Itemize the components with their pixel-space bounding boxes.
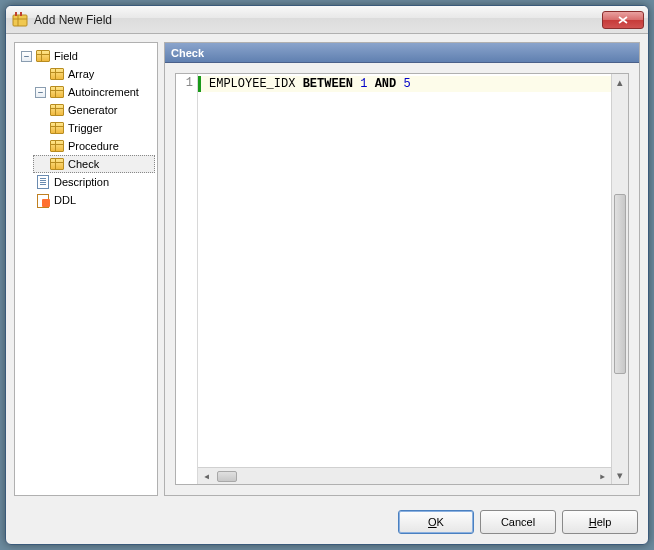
tree-label: Generator: [68, 104, 118, 116]
active-line-marker: [198, 76, 201, 92]
close-button[interactable]: [602, 11, 644, 29]
table-icon: [49, 156, 65, 172]
tree-node-trigger[interactable]: Trigger: [47, 119, 155, 137]
cancel-button[interactable]: Cancel: [480, 510, 556, 534]
tree-label: Field: [54, 50, 78, 62]
ddl-icon: [35, 192, 51, 208]
svg-rect-0: [13, 15, 27, 26]
line-gutter: 1: [176, 74, 198, 484]
tree-node-field[interactable]: − Field: [19, 47, 155, 65]
code-line[interactable]: EMPLOYEE_IDX BETWEEN 1 AND 5: [198, 76, 611, 92]
tree-label: Check: [68, 158, 99, 170]
tree-node-generator[interactable]: Generator: [47, 101, 155, 119]
tree-label: Autoincrement: [68, 86, 139, 98]
window-title: Add New Field: [34, 13, 602, 27]
tree-node-autoincrement[interactable]: − Autoincrement: [33, 83, 155, 101]
help-button[interactable]: Help: [562, 510, 638, 534]
tree-label: Array: [68, 68, 94, 80]
code-area[interactable]: EMPLOYEE_IDX BETWEEN 1 AND 5 ◂ ▸: [198, 74, 611, 484]
scroll-thumb[interactable]: [217, 471, 237, 482]
table-icon: [49, 66, 65, 82]
spacer: [21, 195, 32, 206]
scroll-up-icon[interactable]: ▴: [612, 74, 628, 91]
document-icon: [35, 174, 51, 190]
table-icon: [49, 138, 65, 154]
app-icon: [12, 12, 28, 28]
spacer: [35, 159, 46, 170]
spacer: [35, 69, 46, 80]
tree-panel: − Field Array: [14, 42, 158, 496]
tree-label: Trigger: [68, 122, 102, 134]
tree-label: Procedure: [68, 140, 119, 152]
right-panel: Check 1 EMPLOYEE_IDX BETWEEN 1 AND 5: [164, 42, 640, 496]
code-editor[interactable]: 1 EMPLOYEE_IDX BETWEEN 1 AND 5 ◂: [175, 73, 629, 485]
nav-tree: − Field Array: [17, 47, 155, 209]
tree-label: DDL: [54, 194, 76, 206]
table-icon: [35, 48, 51, 64]
tree-node-procedure[interactable]: Procedure: [47, 137, 155, 155]
button-row: OK Cancel Help: [6, 504, 648, 544]
tree-node-ddl[interactable]: DDL: [19, 191, 155, 209]
dialog-content: − Field Array: [6, 34, 648, 504]
table-icon: [49, 120, 65, 136]
code-text: EMPLOYEE_IDX BETWEEN 1 AND 5: [209, 77, 411, 91]
table-icon: [49, 102, 65, 118]
collapse-icon[interactable]: −: [21, 51, 32, 62]
tree-node-array[interactable]: Array: [33, 65, 155, 83]
svg-rect-4: [20, 12, 22, 16]
horizontal-scrollbar[interactable]: ◂ ▸: [198, 467, 611, 484]
tree-node-check[interactable]: Check: [33, 155, 155, 173]
spacer: [21, 177, 32, 188]
collapse-icon[interactable]: −: [35, 87, 46, 98]
ok-button[interactable]: OK: [398, 510, 474, 534]
scroll-left-icon[interactable]: ◂: [198, 469, 215, 484]
vertical-scrollbar[interactable]: ▴ ▾: [611, 74, 628, 484]
panel-title: Check: [171, 47, 204, 59]
titlebar[interactable]: Add New Field: [6, 6, 648, 34]
dialog-window: Add New Field − Field: [5, 5, 649, 545]
editor-container: 1 EMPLOYEE_IDX BETWEEN 1 AND 5 ◂: [165, 63, 639, 495]
scroll-thumb[interactable]: [614, 194, 626, 374]
tree-label: Description: [54, 176, 109, 188]
table-icon: [49, 84, 65, 100]
tree-node-description[interactable]: Description: [19, 173, 155, 191]
line-number: 1: [176, 76, 193, 90]
scroll-down-icon[interactable]: ▾: [612, 467, 628, 484]
svg-rect-3: [15, 12, 17, 16]
scroll-right-icon[interactable]: ▸: [594, 469, 611, 484]
panel-header: Check: [165, 43, 639, 63]
